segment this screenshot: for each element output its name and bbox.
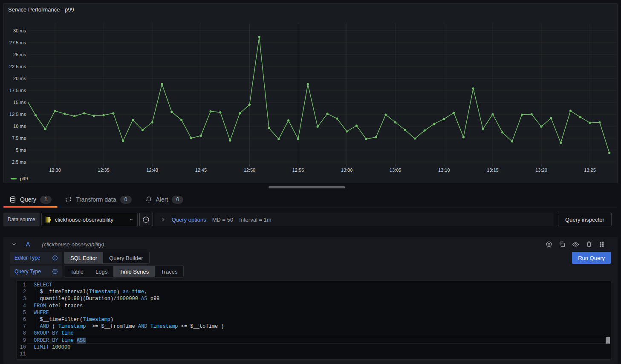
- database-icon: [9, 196, 16, 203]
- tab-transform-data[interactable]: Transform data 0: [59, 193, 137, 208]
- tab-query-count: 1: [40, 196, 52, 204]
- svg-text:12.5 ms: 12.5 ms: [9, 112, 26, 117]
- svg-text:13:00: 13:00: [341, 168, 353, 173]
- query-type-logs[interactable]: Logs: [90, 266, 113, 277]
- hide-response-eye-icon[interactable]: [572, 241, 579, 248]
- interval-value: Interval = 1m: [239, 217, 272, 223]
- query-row-header: A (clickhouse-observability): [3, 237, 618, 251]
- query-options-bar[interactable]: Query options MD = 50 Interval = 1m: [155, 213, 554, 226]
- tab-alert[interactable]: Alert 0: [139, 193, 190, 208]
- line-number: 8: [17, 330, 26, 337]
- query-type-table[interactable]: Table: [64, 266, 90, 277]
- legend-item-p99[interactable]: p99: [11, 176, 28, 181]
- svg-text:10 ms: 10 ms: [13, 124, 26, 129]
- tab-label: Transform data: [76, 196, 116, 203]
- line-number: 6: [17, 316, 26, 323]
- code-line[interactable]: GROUP BY time: [34, 330, 605, 337]
- query-inspector-button[interactable]: Query inspector: [558, 213, 612, 226]
- code-line[interactable]: WHERE: [34, 309, 605, 316]
- tab-query[interactable]: Query 1: [3, 193, 58, 208]
- tab-label: Alert: [156, 196, 168, 203]
- datasource-picker[interactable]: clickhouse-observability: [41, 213, 138, 226]
- svg-text:30 ms: 30 ms: [13, 28, 26, 33]
- svg-text:?: ?: [145, 217, 147, 222]
- svg-text:13:05: 13:05: [390, 168, 401, 173]
- code-line[interactable]: $__timeFilter(Timestamp): [34, 316, 605, 323]
- line-number: 11: [17, 351, 26, 358]
- query-type-traces[interactable]: Traces: [155, 266, 183, 277]
- svg-text:25 ms: 25 ms: [13, 52, 26, 57]
- bell-icon: [145, 196, 152, 203]
- horizontal-scrollbar[interactable]: [269, 186, 345, 188]
- svg-text:22.5 ms: 22.5 ms: [9, 64, 26, 69]
- query-datasource-hint: (clickhouse-observability): [42, 241, 104, 248]
- query-options-link[interactable]: Query options: [172, 217, 206, 223]
- svg-text:15 ms: 15 ms: [13, 100, 26, 105]
- remove-query-trash-icon[interactable]: [586, 241, 592, 248]
- svg-text:2.5 ms: 2.5 ms: [12, 159, 26, 165]
- timeseries-chart[interactable]: 2.5 ms5 ms7.5 ms10 ms12.5 ms15 ms17.5 ms…: [4, 4, 617, 183]
- line-number: 7: [17, 323, 26, 330]
- line-number-gutter: 1234567891011: [17, 282, 26, 358]
- code-line[interactable]: SELECT: [34, 282, 605, 289]
- legend-label: p99: [20, 176, 28, 181]
- code-line[interactable]: $__timeInterval(Timestamp) as time,: [34, 289, 605, 295]
- sql-code-editor[interactable]: 1234567891011 SELECT $__timeInterval(Tim…: [16, 280, 611, 360]
- code-line[interactable]: quantile(0.99)(Duration)/1000000 AS p99: [34, 295, 605, 302]
- code-line[interactable]: ORDER BY time ASC: [34, 337, 605, 344]
- code-line[interactable]: FROM otel_traces: [34, 303, 605, 309]
- editor-type-query-builder[interactable]: Query Builder: [103, 252, 149, 263]
- svg-text:13:10: 13:10: [438, 168, 450, 173]
- drag-handle-icon[interactable]: [599, 241, 605, 248]
- info-icon[interactable]: [52, 255, 58, 261]
- line-number: 2: [17, 289, 26, 295]
- max-data-points-value: MD = 50: [212, 217, 234, 223]
- disable-query-icon[interactable]: [546, 241, 552, 248]
- svg-text:12:35: 12:35: [98, 168, 110, 173]
- datasource-help-button[interactable]: ?: [139, 213, 153, 226]
- line-number: 9: [17, 337, 26, 344]
- svg-text:12:55: 12:55: [292, 168, 304, 173]
- query-tabbar: Query 1 Transform data 0 Alert 0: [3, 193, 618, 208]
- query-type-label: Query Type: [10, 266, 62, 277]
- duplicate-query-icon[interactable]: [559, 241, 566, 248]
- sql-code-lines[interactable]: SELECT $__timeInterval(Timestamp) as tim…: [34, 282, 605, 358]
- line-number: 3: [17, 295, 26, 302]
- overview-ruler-cursor-mark: [606, 337, 610, 344]
- code-line[interactable]: LIMIT 100000: [34, 344, 605, 351]
- query-type-row: Query Type Table Logs Time Series Traces: [10, 266, 184, 277]
- line-number: 10: [17, 344, 26, 351]
- tab-alert-count: 0: [172, 196, 183, 204]
- svg-text:12:40: 12:40: [146, 168, 158, 173]
- question-circle-icon: ?: [142, 216, 150, 223]
- timeseries-panel: Service Performance - p99 2.5 ms5 ms7.5 …: [3, 3, 618, 183]
- svg-text:12:45: 12:45: [195, 168, 207, 173]
- query-type-radio-group: Table Logs Time Series Traces: [64, 266, 184, 277]
- editor-type-radio-group: SQL Editor Query Builder: [64, 252, 150, 264]
- tab-transform-count: 0: [120, 196, 132, 204]
- run-query-button[interactable]: Run Query: [572, 252, 611, 264]
- svg-text:7.5 ms: 7.5 ms: [12, 136, 26, 141]
- info-icon[interactable]: [52, 269, 58, 274]
- collapse-chevron-icon[interactable]: [11, 241, 17, 247]
- svg-text:12:30: 12:30: [49, 168, 61, 173]
- query-ref-id[interactable]: A: [26, 241, 30, 248]
- editor-type-label: Editor Type: [10, 252, 62, 264]
- line-number: 1: [17, 282, 26, 289]
- code-line[interactable]: AND ( Timestamp >= $__fromTime AND Times…: [34, 323, 605, 330]
- editor-type-sql-editor[interactable]: SQL Editor: [64, 252, 103, 263]
- svg-text:17.5 ms: 17.5 ms: [9, 88, 26, 93]
- query-toolbar: Data source clickhouse-observability ? Q…: [3, 213, 612, 226]
- svg-text:13:15: 13:15: [487, 168, 499, 173]
- query-type-time-series[interactable]: Time Series: [113, 266, 155, 277]
- line-number: 5: [17, 309, 26, 316]
- svg-text:13:25: 13:25: [584, 168, 596, 173]
- query-editor-card: A (clickhouse-observability): [3, 237, 618, 364]
- svg-text:27.5 ms: 27.5 ms: [9, 40, 26, 45]
- datasource-name: clickhouse-observability: [55, 217, 113, 223]
- code-line[interactable]: [34, 351, 605, 358]
- clickhouse-logo-icon: [45, 217, 52, 223]
- chevron-down-icon: [129, 217, 134, 222]
- svg-text:13:20: 13:20: [535, 168, 547, 173]
- datasource-label: Data source: [3, 213, 40, 226]
